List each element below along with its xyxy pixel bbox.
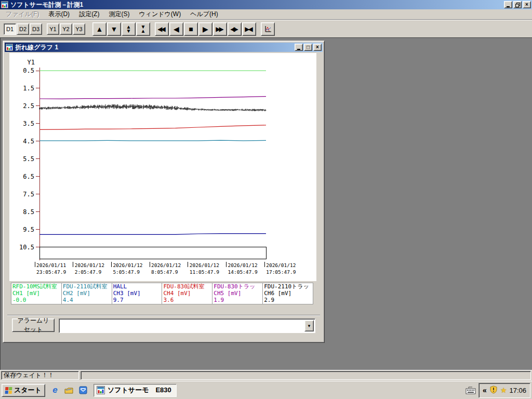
mdi-area: 折れ線グラフ 1 □ × Y10.51.52.53.54.55.56.57.58… (0, 37, 532, 370)
step-forward-button[interactable]: ▶ (198, 22, 212, 36)
legend-cell-ch5: FDU-830トラッ CH5 [mV] 1.9 (212, 283, 263, 304)
svg-text:17:05:47.9: 17:05:47.9 (266, 269, 296, 275)
channel-value: 9.7 (113, 297, 162, 303)
channel-label: CH4 [mV] (163, 290, 212, 297)
channel-label: CH3 [mV] (113, 290, 162, 297)
toolbar-y3-button[interactable]: Y3 (73, 23, 85, 35)
combobox-value (61, 321, 302, 330)
scroll-up-button[interactable]: ▲ (92, 22, 107, 36)
menu-settings[interactable]: 設定(Z) (74, 9, 104, 20)
task-label: ソフトサーモ E830 (108, 385, 171, 395)
legend-cell-ch2: FDU-2110試料室 CH2 [mV] 4.4 (62, 283, 112, 304)
expand-horizontal-button[interactable]: ◀▶ (228, 22, 242, 36)
toolbar-y2-button[interactable]: Y2 (60, 23, 72, 35)
scroll-down-button[interactable]: ▼ (107, 22, 121, 36)
divider (7, 315, 320, 316)
toolbar: D1 D2 D3 Y1 Y2 Y3 ▲ ▼ ▲ ▼ ▼ ▲ ◀◀ ◀ ■ ▶ ▶… (0, 20, 532, 38)
quick-launch: e (50, 385, 88, 395)
expand-vertical-button[interactable]: ▲ ▼ (122, 22, 136, 36)
channel-label: CH1 [mV] (12, 290, 61, 297)
legend-cell-ch6: FDU-2110トラッ CH6 [mV] 2.9 (263, 283, 313, 304)
tray-overflow-chevron[interactable]: « (483, 386, 487, 394)
legend-cell-ch1: RFD-10MS試料室 CH1 [mV] -0.0 (11, 283, 62, 304)
svg-text:5:05:47.9: 5:05:47.9 (113, 269, 140, 275)
menu-window[interactable]: ウィンドウ(W) (134, 9, 185, 20)
svg-text:2026/01/12: 2026/01/12 (228, 262, 258, 268)
svg-text:2026/01/12: 2026/01/12 (75, 262, 104, 268)
tray-star-icon[interactable]: ★ (500, 386, 507, 394)
svg-text:23:05:47.9: 23:05:47.9 (36, 269, 66, 275)
close-button[interactable]: × (523, 1, 531, 8)
channel-value: 3.6 (163, 297, 212, 303)
menu-view[interactable]: 表示(D) (44, 9, 74, 20)
internet-explorer-icon[interactable]: e (50, 385, 60, 395)
channel-name: FDU-2110トラッ (264, 283, 313, 290)
channel-value: 2.9 (264, 297, 313, 303)
toolbar-d3-button[interactable]: D3 (30, 23, 42, 35)
legend-cell-ch3: HALL CH3 [mV] 9.7 (112, 283, 163, 304)
channel-value: 4.4 (63, 297, 112, 303)
stop-button[interactable]: ■ (184, 22, 198, 36)
minimize-icon (507, 6, 510, 7)
svg-text:Y1: Y1 (28, 59, 35, 66)
graph-maximize-button[interactable]: □ (304, 44, 312, 51)
rewind-button[interactable]: ◀◀ (155, 22, 169, 36)
chart-view-button[interactable] (261, 22, 275, 36)
fast-forward-button[interactable]: ▶▶ (213, 22, 227, 36)
svg-text:11:05:47.9: 11:05:47.9 (190, 269, 219, 275)
channel-name: FDU-2110試料室 (63, 283, 112, 290)
keyboard-icon[interactable] (466, 387, 476, 394)
status-bar: 保存ウェイト！！ (0, 370, 532, 380)
status-message: 保存ウェイト！！ (4, 371, 54, 380)
graph-minimize-button[interactable] (295, 44, 303, 51)
graph-window-icon (6, 44, 13, 51)
svg-text:6.5: 6.5 (23, 173, 34, 180)
channel-name: FDU-830試料室 (163, 283, 212, 290)
graph-close-button[interactable]: × (313, 44, 322, 51)
channel-value: 1.9 (214, 297, 262, 303)
app-titlebar[interactable]: ソフトサーモ計測－計測1 × (0, 0, 532, 9)
svg-text:2.5: 2.5 (23, 102, 34, 110)
alarm-reset-button[interactable]: アラームリセット (12, 318, 55, 332)
toolbar-d1-button[interactable]: D1 (4, 23, 16, 35)
restore-icon (515, 3, 520, 7)
graph-window-titlebar[interactable]: 折れ線グラフ 1 □ × (5, 43, 323, 52)
svg-text:14:05:47.9: 14:05:47.9 (228, 269, 258, 275)
channel-name: FDU-830トラッ (214, 283, 262, 290)
start-label: スタート (14, 385, 42, 395)
restore-button[interactable] (513, 1, 522, 8)
taskbar-task-button[interactable]: ソフトサーモ E830 (94, 384, 177, 397)
start-button[interactable]: スタート (2, 384, 45, 397)
svg-text:9.5: 9.5 (23, 226, 34, 233)
svg-text:3.5: 3.5 (23, 120, 34, 127)
menu-measure[interactable]: 測定(S) (104, 9, 134, 20)
task-app-icon (97, 386, 105, 394)
toolbar-y1-button[interactable]: Y1 (47, 23, 59, 35)
combobox-dropdown-button[interactable]: ▼ (304, 320, 314, 331)
menu-file[interactable]: ファイル(F) (1, 9, 44, 20)
svg-text:8.5: 8.5 (23, 208, 34, 216)
app-title: ソフトサーモ計測－計測1 (10, 1, 504, 9)
alarm-combobox[interactable]: ▼ (59, 318, 315, 333)
channel-label: CH2 [mV] (63, 290, 112, 297)
legend-cell-ch4: FDU-830試料室 CH4 [mV] 3.6 (162, 283, 212, 304)
step-back-button[interactable]: ◀ (169, 22, 183, 36)
app-icon (1, 1, 8, 8)
show-desktop-icon[interactable] (64, 385, 74, 395)
security-shield-icon[interactable] (489, 385, 498, 395)
collapse-vertical-button[interactable]: ▼ ▲ (136, 22, 150, 36)
svg-text:4.5: 4.5 (23, 138, 34, 145)
outlook-express-icon[interactable] (78, 385, 88, 395)
status-message-panel: 保存ウェイト！！ (1, 371, 79, 380)
windows-logo-icon (5, 387, 12, 394)
minimize-button[interactable] (504, 1, 512, 8)
svg-text:10.5: 10.5 (19, 244, 34, 251)
channel-name: HALL (113, 283, 162, 290)
collapse-horizontal-button[interactable]: ▶◀ (242, 22, 256, 36)
svg-text:2:05:47.9: 2:05:47.9 (75, 269, 102, 275)
menu-help[interactable]: ヘルプ(H) (185, 9, 223, 20)
toolbar-d2-button[interactable]: D2 (17, 23, 29, 35)
svg-text:2026/01/12: 2026/01/12 (151, 262, 181, 268)
svg-text:2026/01/12: 2026/01/12 (113, 262, 142, 268)
svg-text:0.5: 0.5 (23, 67, 34, 74)
